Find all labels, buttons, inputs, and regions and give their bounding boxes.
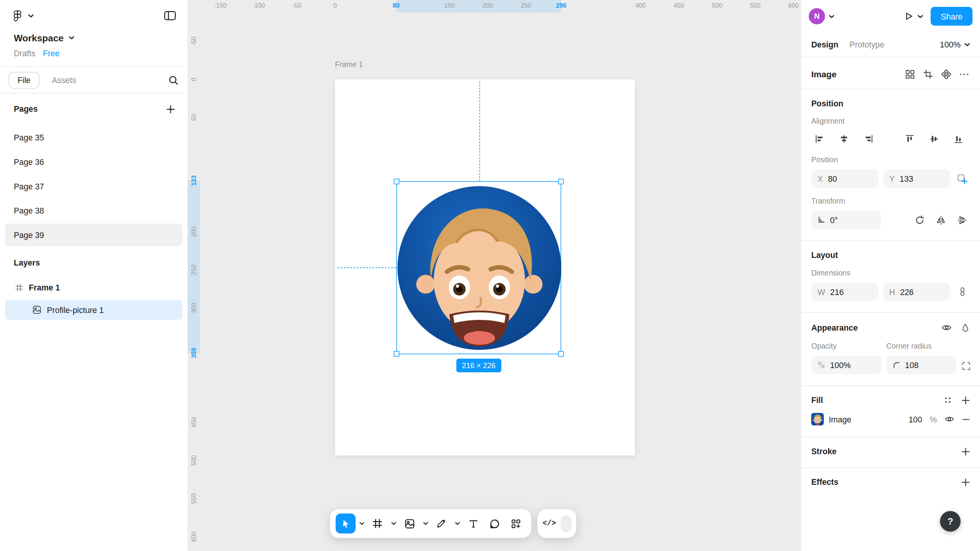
tab-design[interactable]: Design (811, 40, 838, 49)
align-center-horizontal-icon[interactable] (836, 130, 852, 147)
actions-tool[interactable] (506, 514, 526, 533)
fill-styles-icon[interactable] (943, 395, 952, 404)
pen-tool[interactable] (431, 514, 451, 533)
dev-mode-icon: </> (542, 519, 556, 528)
page-item[interactable]: Page 35 (5, 126, 183, 149)
comment-tool[interactable] (484, 514, 504, 533)
frame-tool-chevron-icon[interactable] (389, 514, 398, 533)
fill-row[interactable]: Image 100 % (811, 413, 970, 425)
rotation-field[interactable]: 0° (811, 210, 881, 229)
transform-label: Transform (811, 197, 970, 205)
align-left-icon[interactable] (811, 130, 827, 147)
y-position-field[interactable]: Y 133 (883, 169, 950, 188)
add-fill-icon[interactable] (961, 396, 970, 404)
flip-horizontal-icon[interactable] (933, 212, 949, 228)
frame-name-label[interactable]: Frame 1 (335, 60, 363, 69)
shape-image-tool[interactable] (399, 514, 419, 533)
move-tool[interactable] (336, 514, 356, 533)
help-button[interactable]: ? (940, 511, 961, 532)
move-tool-chevron-icon[interactable] (357, 514, 366, 533)
tab-assets[interactable]: Assets (52, 75, 76, 85)
app-menu-chevron-icon[interactable] (28, 13, 34, 18)
ruler-tick-h: -50 (292, 2, 302, 9)
present-play-icon[interactable] (904, 11, 914, 21)
height-field[interactable]: H 226 (883, 282, 950, 301)
opacity-field[interactable]: 100% (811, 355, 881, 374)
selection-handle-bottom-right[interactable] (558, 351, 564, 357)
toggle-sidebar-icon[interactable] (164, 10, 176, 21)
alignment-label: Alignment (811, 117, 970, 126)
page-item[interactable]: Page 39 (5, 223, 183, 246)
selection-box[interactable]: 216 × 226 (396, 181, 561, 354)
align-bottom-icon[interactable] (950, 130, 966, 147)
ruler-tick-h: 550 (750, 2, 760, 9)
share-button[interactable]: Share (931, 7, 973, 26)
present-chevron-icon[interactable] (918, 13, 923, 19)
visibility-eye-icon[interactable] (941, 322, 952, 333)
breadcrumb: Drafts Free (0, 43, 188, 66)
pages-list: Page 35Page 36Page 37Page 38Page 39 (0, 117, 188, 252)
profile-picture-image[interactable] (397, 186, 562, 350)
pen-tool-chevron-icon[interactable] (452, 514, 462, 533)
canvas[interactable]: Frame 1 216 × 226 -150-100-5008015020025… (188, 0, 801, 551)
tab-file[interactable]: File (9, 72, 39, 88)
fill-image-thumbnail[interactable] (811, 413, 824, 425)
fill-opacity-value[interactable]: 100 (908, 414, 922, 424)
selection-handle-bottom-left[interactable] (394, 351, 400, 357)
page-item[interactable]: Page 36 (5, 150, 183, 173)
breadcrumb-plan-free[interactable]: Free (43, 49, 60, 58)
zoom-select[interactable]: 100% (940, 40, 970, 49)
selection-type-title: Image (811, 69, 836, 79)
shape-tool-chevron-icon[interactable] (421, 514, 430, 533)
corner-radius-field[interactable]: 108 (886, 355, 956, 374)
fill-visibility-eye-icon[interactable] (944, 414, 954, 424)
text-tool[interactable] (463, 514, 483, 533)
fill-opacity-unit: % (929, 414, 937, 424)
frame-tool[interactable] (368, 514, 387, 533)
align-top-icon[interactable] (901, 130, 917, 147)
align-right-icon[interactable] (860, 130, 876, 147)
app-menu-logo-icon[interactable] (11, 9, 24, 22)
tab-prototype[interactable]: Prototype (849, 40, 884, 49)
align-center-vertical-icon[interactable] (926, 130, 942, 147)
workspace-name: Workspace (14, 33, 64, 43)
crop-icon[interactable] (923, 69, 933, 79)
layer-item-image[interactable]: Profile-picture 1 (5, 300, 183, 320)
remove-fill-icon[interactable] (962, 415, 970, 423)
constrain-proportions-icon[interactable] (955, 284, 970, 300)
user-avatar-chevron-icon[interactable] (829, 13, 835, 19)
component-grid-icon[interactable] (905, 69, 915, 79)
ruler-tick-h: 400 (635, 2, 646, 9)
search-icon[interactable] (168, 75, 179, 85)
rotate-90-icon[interactable] (911, 212, 927, 228)
dev-mode-toggle[interactable]: </> (537, 509, 576, 538)
height-field-value: 226 (900, 287, 913, 296)
add-stroke-icon[interactable] (961, 447, 970, 456)
add-effect-icon[interactable] (961, 478, 970, 486)
ruler-tick-h: 250 (521, 2, 531, 9)
layers-list: Frame 1 Profile-picture 1 (0, 271, 188, 320)
create-component-icon[interactable] (941, 69, 951, 79)
x-position-field[interactable]: X 80 (811, 169, 878, 188)
page-item[interactable]: Page 37 (5, 175, 183, 197)
blend-mode-droplet-icon[interactable] (960, 323, 970, 332)
independent-corners-icon[interactable] (961, 358, 971, 374)
stroke-section: Stroke (801, 437, 980, 467)
selection-handle-top-right[interactable] (558, 179, 564, 184)
add-page-icon[interactable] (166, 104, 175, 113)
ruler-tick-h: 500 (712, 2, 722, 9)
position-section: Position Alignment Position (801, 89, 980, 241)
page-item[interactable]: Page 38 (5, 199, 183, 222)
absolute-position-icon[interactable] (955, 171, 970, 187)
width-field[interactable]: W 216 (811, 282, 878, 301)
fill-type-label[interactable]: Image (829, 414, 851, 424)
breadcrumb-drafts[interactable]: Drafts (14, 49, 36, 58)
flip-vertical-icon[interactable] (954, 212, 970, 228)
corner-radius-label: Corner radius (886, 342, 956, 350)
layer-item-frame[interactable]: Frame 1 (5, 277, 183, 297)
workspace-switcher[interactable]: Workspace (0, 31, 188, 43)
dev-mode-switch[interactable] (560, 515, 571, 532)
more-options-icon[interactable]: ··· (959, 69, 970, 79)
user-avatar[interactable]: N (809, 8, 825, 24)
selection-handle-top-left[interactable] (394, 179, 400, 184)
